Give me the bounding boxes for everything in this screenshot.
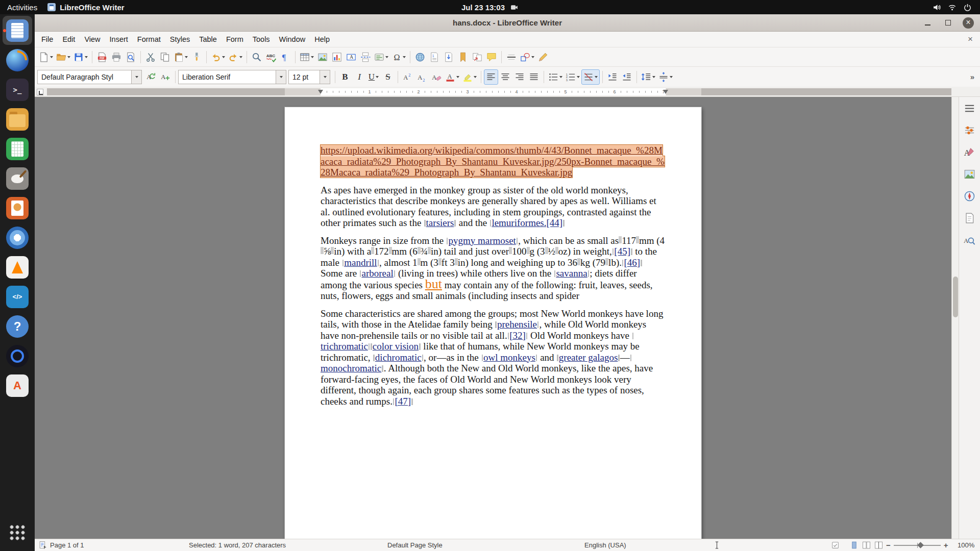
insert-table-button[interactable]: [298, 49, 315, 65]
bold-button[interactable]: B: [338, 69, 352, 85]
system-tray[interactable]: [933, 3, 980, 12]
sidebar-settings-button[interactable]: [962, 101, 977, 116]
zoom-level-status[interactable]: 100%: [958, 539, 974, 551]
book-view-icon[interactable]: [874, 541, 883, 549]
hyperlink[interactable]: prehensile: [495, 319, 539, 330]
insert-page-break-button[interactable]: [358, 49, 373, 65]
insert-chart-button[interactable]: [330, 49, 344, 65]
paragraph[interactable]: Monkeys range in size from the pygmy mar…: [321, 235, 666, 302]
dropdown-arrow-icon[interactable]: [595, 76, 598, 78]
horizontal-line-button[interactable]: [504, 49, 519, 65]
hyperlink[interactable]: [45]: [612, 246, 633, 257]
dock-item-terminal[interactable]: [3, 75, 32, 104]
page-status[interactable]: Page 1 of 1: [39, 539, 84, 551]
menu-file[interactable]: File: [37, 33, 58, 45]
menu-format[interactable]: Format: [133, 33, 165, 45]
document-page[interactable]: https://upload.wikimedia.org/wikipedia/c…: [285, 107, 701, 539]
align-right-button[interactable]: [512, 69, 527, 85]
redo-button[interactable]: [227, 49, 244, 65]
paste-button[interactable]: [172, 49, 189, 65]
hyperlink[interactable]: [47]: [393, 396, 413, 407]
vertical-scrollbar[interactable]: [951, 97, 959, 539]
dropdown-arrow-icon[interactable]: [385, 56, 388, 58]
align-center-button[interactable]: [498, 69, 512, 85]
multi-page-view-icon[interactable]: [862, 541, 871, 549]
paragraph[interactable]: As apes have emerged in the monkey group…: [321, 185, 666, 229]
dropdown-arrow-icon[interactable]: [85, 56, 88, 58]
paragraph-spacing-button[interactable]: [657, 69, 674, 85]
dock-item-app-center[interactable]: [3, 371, 32, 400]
align-left-button[interactable]: [484, 69, 498, 85]
align-justify-button[interactable]: [527, 69, 541, 85]
hyperlink[interactable]: lemuriformes.[44]: [489, 217, 565, 228]
font-name-field[interactable]: Liberation Serif: [178, 70, 276, 84]
no-list-button[interactable]: [581, 69, 600, 85]
dropdown-arrow-icon[interactable]: [311, 56, 314, 58]
zoom-slider[interactable]: [894, 545, 941, 546]
dropdown-arrow-icon[interactable]: [239, 56, 242, 58]
clone-formatting-button[interactable]: [189, 49, 204, 65]
close-button[interactable]: [963, 17, 974, 29]
hyperlink[interactable]: tarsiers: [424, 217, 456, 228]
new-document-button[interactable]: [37, 49, 55, 65]
network-icon[interactable]: [948, 3, 957, 12]
decrease-indent-button[interactable]: [620, 69, 634, 85]
increase-indent-button[interactable]: [605, 69, 620, 85]
minimize-button[interactable]: [922, 17, 933, 29]
update-style-button[interactable]: [144, 69, 158, 85]
menu-window[interactable]: Window: [275, 33, 310, 45]
hyperlink[interactable]: [46]: [622, 257, 643, 268]
selected-url-text[interactable]: https://upload.wikimedia.org/wikipedia/c…: [321, 145, 666, 178]
menu-help[interactable]: Help: [310, 33, 334, 45]
underline-button[interactable]: U: [366, 69, 381, 85]
dropdown-arrow-icon[interactable]: [50, 56, 53, 58]
open-button[interactable]: [55, 49, 72, 65]
spelling-button[interactable]: [264, 49, 278, 65]
menu-form[interactable]: Form: [222, 33, 248, 45]
clock-menu[interactable]: Jul 23 13:03: [461, 3, 519, 12]
single-page-view-icon[interactable]: [850, 541, 859, 549]
sidebar-properties-button[interactable]: [962, 122, 977, 138]
dropdown-arrow-icon[interactable]: [531, 56, 534, 58]
hyperlink[interactable]: mandrill: [342, 257, 379, 268]
insert-field-button[interactable]: [373, 49, 390, 65]
font-size-field[interactable]: 12 pt: [288, 70, 320, 84]
dropdown-arrow-icon[interactable]: [67, 56, 70, 58]
dock-item-firefox[interactable]: [3, 45, 32, 74]
dropdown-arrow-icon[interactable]: [474, 76, 477, 78]
horizontal-ruler[interactable]: 1234567: [47, 88, 951, 95]
paragraph-style-dropdown[interactable]: [131, 70, 142, 84]
dock-item-libreoffice-impress[interactable]: [3, 193, 32, 222]
menu-edit[interactable]: Edit: [58, 33, 80, 45]
selection-mode-status[interactable]: [713, 539, 721, 551]
scrollbar-thumb[interactable]: [953, 277, 958, 317]
page-style-status[interactable]: Default Page Style: [387, 539, 443, 551]
hyperlink[interactable]: owl monkeys: [481, 352, 538, 363]
italic-button[interactable]: I: [352, 69, 366, 85]
paragraph[interactable]: Some characteristics are shared among th…: [321, 308, 666, 407]
ordered-list-button[interactable]: [564, 69, 581, 85]
dock-item-settings[interactable]: [3, 341, 32, 370]
word-count-status[interactable]: Selected: 1 word, 207 characters: [189, 539, 286, 551]
new-style-button[interactable]: [158, 69, 173, 85]
right-indent-marker[interactable]: [663, 90, 668, 94]
tab-stop-selector[interactable]: [37, 89, 43, 95]
hyperlink[interactable]: [32]: [507, 330, 528, 341]
find-replace-button[interactable]: [250, 49, 264, 65]
dock-item-vs-code[interactable]: [3, 282, 32, 311]
print-preview-button[interactable]: [124, 49, 138, 65]
sidebar-style-inspector-button[interactable]: [962, 232, 977, 247]
paragraph-style-field[interactable]: Default Paragraph Styl: [37, 70, 131, 84]
clear-formatting-button[interactable]: [429, 69, 444, 85]
basic-shapes-button[interactable]: [519, 49, 536, 65]
dock-item-files[interactable]: [3, 105, 32, 134]
insert-text-box-button[interactable]: [344, 49, 358, 65]
dock-item-libreoffice-calc[interactable]: [3, 134, 32, 163]
zoom-in-icon[interactable]: +: [944, 541, 948, 549]
dropdown-arrow-icon[interactable]: [376, 76, 379, 78]
dropdown-arrow-icon[interactable]: [652, 76, 655, 78]
hyperlink[interactable]: arboreal: [359, 268, 396, 279]
insert-hyperlink-button[interactable]: [413, 49, 427, 65]
url-selection[interactable]: https://upload.wikimedia.org/wikipedia/c…: [321, 145, 665, 178]
focused-app-indicator[interactable]: LibreOffice Writer: [47, 3, 124, 12]
